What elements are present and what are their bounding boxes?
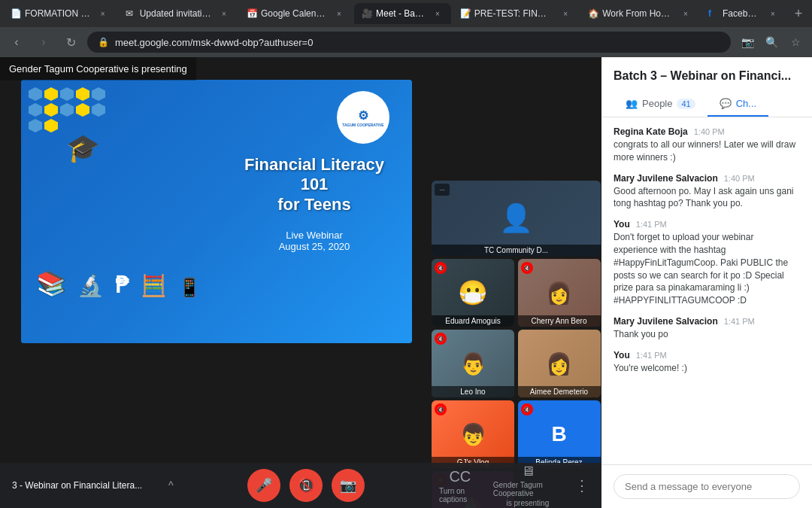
chat-message-3: You 1:41 PM Don't forget to upload your … (614, 219, 800, 307)
slide-book-icon: 📚 (36, 269, 66, 298)
bookmark-button[interactable]: ☆ (785, 32, 806, 53)
slide-title: Financial Literacy 101 for Teens Live We… (232, 155, 397, 252)
end-call-button[interactable]: 📵 (289, 469, 323, 502)
msg-text-5: You're welcome! :) (614, 362, 800, 375)
slide-title-main: Financial Literacy 101 (232, 155, 397, 195)
msg-sender-5: You (614, 350, 630, 360)
msg-header-5: You 1:41 PM (614, 350, 800, 360)
more-options-button[interactable]: ⋮ (574, 476, 589, 494)
tab-close-meet[interactable]: × (432, 8, 444, 20)
tab-workfromhome[interactable]: 🏠 Work From Hom... × (580, 3, 699, 24)
msg-time-1: 1:40 PM (694, 127, 725, 136)
slide-calc-icon: 🧮 (141, 273, 167, 298)
camera-off-icon: 📷 (340, 477, 356, 494)
tab-close-formation[interactable]: × (97, 8, 109, 20)
tab-label-meet: Meet - Batch (376, 8, 425, 19)
tab-favicon-updated: ✉ (126, 8, 136, 19)
captions-button[interactable]: CC Turn on captions (439, 468, 481, 503)
tab-close-calendar[interactable]: × (333, 8, 345, 20)
expand-chevron-icon[interactable]: ^ (168, 479, 174, 491)
participant-name-tc: TC Community D... (432, 245, 601, 256)
presenting-banner: Gender Tagum Cooperative is presenting (0, 57, 196, 81)
tab-favicon-facebook: f (708, 8, 719, 19)
camera-off-button[interactable]: 📷 (332, 469, 365, 502)
screen-share-icon: 🖥 (521, 464, 535, 479)
mic-off-icon: 🎤 (256, 477, 272, 494)
search-button[interactable]: 🔍 (761, 32, 782, 53)
chat-input[interactable] (614, 474, 800, 499)
forward-button[interactable]: › (33, 32, 54, 53)
msg-sender-2: Mary Juvilene Salvacion (614, 173, 718, 184)
presenting-status-button[interactable]: 🖥 Gender Tagum Cooperative is presenting (493, 464, 562, 507)
presentation-slide: ⚙ TAGUM COOPERATIVE 📚 🔬 ₱ 🧮 📱 🎓 Financ (21, 80, 412, 343)
presenting-sublabel: is presenting (507, 499, 550, 507)
back-button[interactable]: ‹ (6, 32, 27, 53)
camera-button[interactable]: 📷 (737, 32, 758, 53)
participants-grid: 👤 ··· TC Community D... 😷 🔇 Eduard Amogu… (429, 178, 601, 508)
msg-time-2: 1:40 PM (724, 174, 755, 183)
slide-icons: 📚 🔬 ₱ 🧮 📱 (36, 269, 201, 298)
chat-icon: 💬 (720, 98, 732, 109)
tab-people[interactable]: 👥 People 41 (614, 92, 707, 117)
msg-text-4: Thank you po (614, 328, 800, 341)
captions-icon: CC (449, 468, 471, 485)
tab-favicon-pretest: 📝 (460, 8, 471, 19)
chat-message-5: You 1:41 PM You're welcome! :) (614, 350, 800, 375)
msg-sender-1: Regina Kate Boja (614, 126, 688, 137)
participant-tile-gj: 👦 🔇 GJ's Vlog (432, 400, 514, 468)
tab-favicon-meet: 🎥 (362, 8, 372, 19)
tab-chat[interactable]: 💬 Ch... (707, 92, 768, 117)
mute-button[interactable]: 🎤 (247, 469, 280, 502)
people-icon: 👥 (626, 98, 638, 109)
tab-pretest[interactable]: 📝 PRE-TEST: FINUT... × (453, 3, 579, 24)
url-text: meet.google.com/msk-dwwd-obp?authuser=0 (115, 37, 313, 48)
msg-text-3: Don't forget to upload your webinar expe… (614, 231, 800, 307)
presenting-name: Gender Tagum Cooperative (493, 481, 562, 497)
address-input[interactable]: 🔒 meet.google.com/msk-dwwd-obp?authuser=… (87, 32, 731, 53)
mute-icon-eduard: 🔇 (435, 262, 447, 274)
mute-icon-gj: 🔇 (435, 403, 447, 415)
tab-label-work: Work From Hom... (602, 8, 673, 19)
tab-favicon-work: 🏠 (588, 8, 598, 19)
msg-header-3: You 1:41 PM (614, 219, 800, 230)
chat-panel: Batch 3 – Webinar on Financi... 👥 People… (601, 57, 812, 508)
chat-message-1: Regina Kate Boja 1:40 PM congrats to all… (614, 126, 800, 164)
slide-content: ⚙ TAGUM COOPERATIVE 📚 🔬 ₱ 🧮 📱 🎓 Financ (21, 80, 412, 343)
tab-favicon-calendar: 📅 (247, 8, 257, 19)
captions-label: Turn on captions (439, 487, 481, 503)
new-tab-button[interactable]: + (788, 3, 809, 24)
tab-close-updated[interactable]: × (218, 8, 230, 20)
graduation-icon: 🎓 (66, 132, 100, 164)
slide-title-sub: for Teens (232, 195, 397, 214)
chat-messages: Regina Kate Boja 1:40 PM congrats to all… (601, 117, 812, 464)
reload-button[interactable]: ↻ (60, 32, 81, 53)
tab-updated[interactable]: ✉ Updated invitatio... × (118, 3, 238, 24)
tab-close-pretest[interactable]: × (559, 8, 571, 20)
chat-header: Batch 3 – Webinar on Financi... 👥 People… (601, 57, 812, 117)
tab-favicon-formation: 📄 (11, 8, 21, 19)
tab-label-pretest: PRE-TEST: FINUT... (474, 8, 553, 19)
participant-name-eduard: Eduard Amoguis (432, 315, 514, 327)
more-options-tc: ··· (435, 184, 450, 196)
participant-name-leo: Leo Ino (432, 386, 514, 397)
tab-close-work[interactable]: × (680, 8, 692, 20)
tab-calendar[interactable]: 📅 Google Calendar × (239, 3, 353, 24)
tab-label-formation: FORMATION F... (25, 8, 90, 19)
msg-text-2: Good afternoon po. May I ask again uns g… (614, 185, 800, 211)
tab-label-updated: Updated invitatio... (140, 8, 211, 19)
meet-area: Gender Tagum Cooperative is presenting (0, 57, 601, 508)
slide-event-date: August 25, 2020 (232, 241, 397, 252)
slide-peso-icon: ₱ (115, 272, 129, 298)
tab-formation[interactable]: 📄 FORMATION F... × (3, 3, 117, 24)
tab-close-facebook[interactable]: × (767, 8, 779, 20)
tab-facebook[interactable]: f Facebook × (701, 3, 786, 24)
phone-end-icon: 📵 (298, 477, 314, 494)
tab-meet[interactable]: 🎥 Meet - Batch × (354, 3, 451, 24)
chat-meeting-title: Batch 3 – Webinar on Financi... (614, 69, 800, 83)
participant-tile-eduard: 😷 🔇 Eduard Amoguis (432, 259, 514, 327)
control-buttons: 🎤 📵 📷 (180, 469, 433, 502)
participant-name-cherry: Cherry Ann Bero (518, 315, 601, 327)
msg-sender-3: You (614, 219, 630, 230)
msg-time-3: 1:41 PM (636, 220, 667, 229)
msg-text-1: congrats to all our winners! Later we wi… (614, 138, 800, 164)
